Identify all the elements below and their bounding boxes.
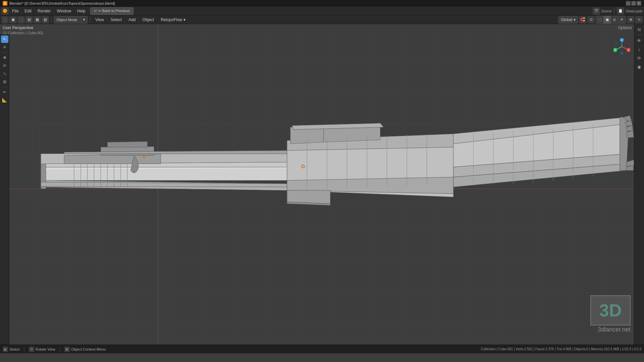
menu-render[interactable]: Render xyxy=(35,7,53,15)
transform-space-dropdown[interactable]: Global ▾ xyxy=(558,16,578,23)
toolbar-sep-2 xyxy=(90,17,90,23)
material-shading-btn[interactable]: ◎ xyxy=(611,16,618,23)
viewport-container[interactable]: User Perspective (1) Collection | Cube.0… xyxy=(0,24,644,353)
window-controls: ─ □ ✕ xyxy=(626,1,641,6)
scene-view-layer: 🎬 Scene 📋 ViewLayer xyxy=(593,7,643,15)
menu-edit[interactable]: Edit xyxy=(22,7,34,15)
solid-shading-btn[interactable]: ◼ xyxy=(603,16,611,23)
rotate-view-status: ⟲ Rotate View xyxy=(29,347,55,352)
mode-icon-5[interactable]: ▦ xyxy=(34,16,41,23)
cursor-tool-btn[interactable]: ✛ xyxy=(1,44,8,51)
mode-icon-1[interactable]: ⬚ xyxy=(1,16,9,23)
xray-btn[interactable]: ∿ xyxy=(635,16,643,23)
navigation-gizmo: Z X Y xyxy=(612,28,632,62)
select-status-icon: ◐ xyxy=(3,347,8,352)
retopoflow-menu-btn[interactable]: RetopoFlow ▾ xyxy=(158,16,188,23)
context-menu-icon: ▤ xyxy=(64,347,70,352)
maximize-button[interactable]: □ xyxy=(631,1,636,6)
left-sep-1 xyxy=(2,52,8,53)
scene-label: Scene xyxy=(601,9,612,13)
shading-buttons: ⬚ ◼ ◎ ☀ xyxy=(596,16,626,24)
back-arrow-icon: ↩ xyxy=(94,9,97,13)
close-button[interactable]: ✕ xyxy=(637,1,641,6)
menu-bar: 🟠 File Edit Render Window Help ↩ ↩ Back … xyxy=(0,7,644,15)
rotate-view-icon: ⟲ xyxy=(29,347,34,352)
svg-text:Y: Y xyxy=(614,49,616,51)
context-menu-label: Object Context Menu xyxy=(71,347,106,351)
select-tool-btn[interactable]: ↖ xyxy=(1,36,8,43)
svg-point-2 xyxy=(143,156,145,159)
mode-icon-4[interactable]: ▤ xyxy=(25,16,33,23)
mode-icon-3[interactable]: ⬛ xyxy=(17,16,25,23)
mode-icon-2[interactable]: ▣ xyxy=(9,16,17,23)
global-label: Global ▾ xyxy=(561,17,576,22)
svg-text:Z: Z xyxy=(621,39,623,41)
rotate-props-btn[interactable]: ⟳ xyxy=(635,54,643,62)
chevron-down-icon: ▾ xyxy=(83,17,85,22)
scene-icon[interactable]: 🎬 xyxy=(593,7,600,15)
right-sep xyxy=(636,35,643,35)
axis-gizmo-svg[interactable]: Z X Y xyxy=(613,38,630,55)
svg-point-16 xyxy=(626,42,629,45)
svg-text:X: X xyxy=(628,49,630,51)
object-mode-label: Object Mode xyxy=(56,18,77,22)
annotate-tool-btn[interactable]: ✏ xyxy=(1,88,8,96)
mode-icon-6[interactable]: ▧ xyxy=(42,16,49,23)
proportional-edit-icon[interactable]: ⊙ xyxy=(587,16,595,23)
svg-point-17 xyxy=(615,42,618,45)
move-props-btn[interactable]: ↕ xyxy=(635,45,643,53)
view-layer-label: ViewLayer xyxy=(626,9,643,13)
viewport-right-controls: Global ▾ 🧲 ⊙ ⬚ ◼ ◎ ☀ ⊕ ∿ xyxy=(558,16,643,24)
context-menu-status: ▤ Object Context Menu xyxy=(64,347,106,352)
add-menu-btn[interactable]: Add xyxy=(126,16,138,23)
status-sep-1: | xyxy=(24,347,25,352)
select-menu-btn[interactable]: Select xyxy=(108,16,124,23)
object-mode-dropdown[interactable]: Object Mode ▾ xyxy=(54,16,88,23)
3d-model xyxy=(0,24,644,353)
rendered-shading-btn[interactable]: ☀ xyxy=(618,16,626,23)
transform-tool-btn[interactable]: ⊞ xyxy=(1,78,8,85)
move-tool-btn[interactable]: ✥ xyxy=(1,54,8,61)
scale-tool-btn[interactable]: ⤡ xyxy=(1,70,8,77)
title-bar: B Blender* [D:\Server3D\Uchoba\KursTopor… xyxy=(0,0,644,7)
menu-sep xyxy=(614,8,614,14)
mode-icon-group: ⬚ ▣ ⬛ ▤ ▦ ▧ xyxy=(1,16,49,23)
status-bar: ◐ Select | ⟲ Rotate View | ▤ Object Cont… xyxy=(0,345,644,353)
snap-icon[interactable]: 🧲 xyxy=(579,16,586,23)
rotate-tool-btn[interactable]: ⟳ xyxy=(1,62,8,69)
right-sidebar-toolbar: N 👁 ↕ ⟳ ◉ ◀ xyxy=(634,24,644,353)
select-status-label: Select xyxy=(9,347,20,351)
overlay-btn[interactable]: ⊕ xyxy=(627,16,634,23)
menu-help[interactable]: Help xyxy=(74,7,88,15)
left-sep-2 xyxy=(2,87,8,87)
window-title: Blender* [D:\Server3D\Uchoba\KursTopora\… xyxy=(9,1,626,5)
menu-file[interactable]: File xyxy=(9,7,21,15)
back-to-previous-button[interactable]: ↩ ↩ Back to Previous xyxy=(90,7,134,15)
back-to-previous-label: ↩ Back to Previous xyxy=(98,9,130,13)
view-layer-icon[interactable]: 📋 xyxy=(617,7,624,15)
cursor-props-btn[interactable]: ◉ xyxy=(635,63,643,71)
blender-logo-btn[interactable]: 🟠 xyxy=(1,7,9,15)
left-toolbar: ↖ ✛ ✥ ⟳ ⤡ ⊞ ✏ 📐 xyxy=(0,34,9,345)
svg-point-15 xyxy=(621,52,623,55)
minimize-button[interactable]: ─ xyxy=(626,1,631,6)
secondary-toolbar: ⬚ ▣ ⬛ ▤ ▦ ▧ Object Mode ▾ View Select Ad… xyxy=(0,15,644,24)
select-status: ◐ Select xyxy=(3,347,20,352)
toolbar-sep-1 xyxy=(51,17,52,23)
stats-label: Collection | Cube.001 | Verts:2.502 | Fa… xyxy=(481,347,641,351)
wireframe-shading-btn[interactable]: ⬚ xyxy=(596,16,603,23)
svg-point-4 xyxy=(302,166,304,168)
gizmo-circle: Z X Y xyxy=(613,38,630,55)
status-sep-2: | xyxy=(59,347,60,352)
rotate-view-label: Rotate View xyxy=(36,347,55,351)
menu-window[interactable]: Window xyxy=(54,7,74,15)
measure-tool-btn[interactable]: 📐 xyxy=(1,97,8,104)
view-menu-btn[interactable]: View xyxy=(93,16,107,23)
view-props-btn[interactable]: 👁 xyxy=(635,37,643,45)
object-menu-btn[interactable]: Object xyxy=(140,16,157,23)
properties-btn[interactable]: N xyxy=(635,25,643,34)
blender-icon: B xyxy=(3,1,7,6)
